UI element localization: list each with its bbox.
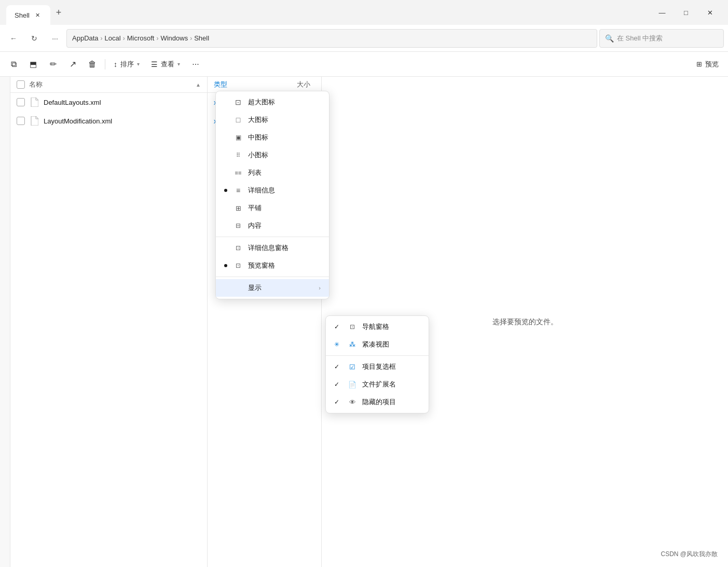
breadcrumb-sep-2: › — [123, 35, 125, 42]
search-icon: 🔍 — [605, 34, 614, 43]
hidden-items-icon: 👁 — [348, 397, 357, 407]
submenu-label-file-ext: 文件扩展名 — [362, 380, 396, 389]
preview-icon: ⊞ — [696, 60, 702, 68]
menu-item-small-icons[interactable]: ⠿ 小图标 — [216, 146, 329, 164]
tab-shell[interactable]: Shell ✕ — [6, 5, 50, 25]
view-label: 查看 — [161, 60, 174, 69]
submenu-label-item-checkbox: 项目复选框 — [362, 362, 396, 371]
search-box[interactable]: 🔍 在 Shell 中搜索 — [599, 29, 724, 48]
tiles-icon: ⊞ — [233, 203, 243, 213]
menu-item-medium-icons[interactable]: ▣ 中图标 — [216, 129, 329, 146]
menu-item-list[interactable]: ≡≡ 列表 — [216, 164, 329, 182]
copy-icon: ⧉ — [11, 60, 17, 69]
hidden-items-check-icon: ✓ — [334, 398, 342, 406]
copy-button[interactable]: ⧉ — [4, 55, 23, 74]
menu-item-details[interactable]: ≡ 详细信息 — [216, 182, 329, 199]
menu-label-details-pane: 详细信息窗格 — [248, 243, 289, 253]
submenu-item-hidden-items[interactable]: ✓ 👁 隐藏的项目 — [326, 393, 429, 411]
share-button[interactable]: ↗ — [63, 55, 82, 74]
submenu-label-hidden-items: 隐藏的项目 — [362, 397, 396, 407]
more-toolbar-button[interactable]: ··· — [186, 55, 205, 74]
details-bullet — [224, 189, 227, 192]
menu-item-details-pane[interactable]: ⊡ 详细信息窗格 — [216, 239, 329, 257]
tab-label: Shell — [15, 11, 30, 19]
menu-item-tiles[interactable]: ⊞ 平铺 — [216, 199, 329, 217]
sort-label: 排序 — [120, 60, 134, 69]
toolbar: ⧉ ⬒ ✏ ↗ 🗑 ↕ 排序 ▾ ☰ 查看 ▾ ··· ⊞ 预览 — [0, 52, 728, 77]
tab-close-button[interactable]: ✕ — [34, 11, 42, 19]
sidebar — [0, 77, 10, 567]
more-nav-button[interactable]: ··· — [46, 29, 64, 48]
show-submenu: ✓ ⊡ 导航窗格 ✳ ⁂ 紧凑视图 ✓ ☑ 项目复选框 ✓ 📄 文件扩展名 ✓ … — [325, 315, 429, 413]
file-ext-icon: 📄 — [348, 380, 357, 389]
col-type-header[interactable]: 类型 — [214, 80, 266, 89]
view-button[interactable]: ☰ 查看 ▾ — [146, 55, 185, 74]
share-icon: ↗ — [70, 59, 76, 69]
new-tab-button[interactable]: + — [50, 4, 67, 21]
breadcrumb-windows[interactable]: Windows — [160, 34, 188, 42]
submenu-separator-1 — [326, 355, 429, 356]
rename-icon: ✏ — [50, 59, 57, 69]
show-chevron-icon: › — [319, 285, 321, 291]
list-item[interactable]: LayoutModification.xml — [10, 112, 207, 130]
list-item[interactable]: DefaultLayouts.xml — [10, 93, 207, 112]
close-button[interactable]: ✕ — [698, 3, 722, 22]
menu-item-extra-large-icons[interactable]: ⊡ 超大图标 — [216, 93, 329, 111]
sort-button[interactable]: ↕ 排序 ▾ — [108, 55, 145, 74]
menu-item-preview-pane[interactable]: ⊡ 预览窗格 — [216, 257, 329, 274]
title-bar: Shell ✕ + — □ ✕ — [0, 0, 728, 25]
show-icon — [233, 283, 243, 293]
medium-icon: ▣ — [233, 133, 243, 142]
more-toolbar-icon: ··· — [192, 60, 199, 69]
details-icon: ≡ — [233, 186, 243, 195]
back-button[interactable]: ← — [4, 29, 23, 48]
delete-button[interactable]: 🗑 — [83, 55, 102, 74]
breadcrumb-microsoft[interactable]: Microsoft — [127, 34, 155, 42]
view-dropdown-menu: ⊡ 超大图标 □ 大图标 ▣ 中图标 ⠿ 小图标 ≡≡ 列表 ≡ 详细信息 ⊞ … — [215, 91, 329, 299]
breadcrumb-appdata[interactable]: AppData — [72, 34, 99, 42]
menu-label-large: 大图标 — [248, 115, 268, 125]
menu-item-show[interactable]: 显示 › — [216, 279, 329, 297]
tab-close-icon: ✕ — [35, 12, 40, 19]
paste-button[interactable]: ⬒ — [24, 55, 43, 74]
rename-button[interactable]: ✏ — [44, 55, 62, 74]
view-icon: ☰ — [151, 60, 158, 68]
menu-label-medium: 中图标 — [248, 133, 268, 142]
maximize-button[interactable]: □ — [674, 3, 698, 22]
menu-item-large-icons[interactable]: □ 大图标 — [216, 111, 329, 129]
sort-icon: ↕ — [114, 60, 117, 68]
menu-separator-1 — [216, 237, 329, 237]
breadcrumb-shell[interactable]: Shell — [194, 34, 209, 42]
compact-view-icon: ⁂ — [348, 340, 357, 349]
column-headers: 名称 ▲ — [10, 77, 207, 93]
menu-item-content[interactable]: ⊟ 内容 — [216, 217, 329, 234]
preview-pane-icon: ⊡ — [233, 261, 243, 270]
preview-button[interactable]: ⊞ 预览 — [691, 55, 724, 74]
submenu-item-file-ext[interactable]: ✓ 📄 文件扩展名 — [326, 376, 429, 393]
new-tab-icon: + — [56, 7, 62, 18]
tab-area: Shell ✕ + — [6, 0, 650, 25]
submenu-item-item-checkbox[interactable]: ✓ ☑ 项目复选框 — [326, 358, 429, 376]
watermark: CSDN @风吹我亦散 — [661, 550, 718, 559]
breadcrumb-sep-1: › — [101, 35, 103, 42]
col-name-header[interactable]: 名称 — [29, 80, 191, 89]
col-size-header[interactable]: 大小 — [297, 80, 310, 89]
breadcrumb-local[interactable]: Local — [105, 34, 121, 42]
minimize-button[interactable]: — — [650, 3, 674, 22]
breadcrumb-sep-3: › — [156, 35, 158, 42]
menu-label-content: 内容 — [248, 221, 262, 230]
submenu-item-compact-view[interactable]: ✳ ⁂ 紧凑视图 — [326, 336, 429, 353]
window-controls: — □ ✕ — [650, 3, 722, 22]
file-ext-check-icon: ✓ — [334, 381, 342, 388]
preview-hint: 选择要预览的文件。 — [492, 317, 558, 327]
file-checkbox-1[interactable] — [17, 98, 25, 106]
extra-large-icon: ⊡ — [233, 98, 243, 107]
file-icon-2 — [29, 116, 39, 126]
file-checkbox-2[interactable] — [17, 117, 25, 125]
select-all-checkbox[interactable] — [17, 80, 25, 89]
breadcrumb[interactable]: AppData › Local › Microsoft › Windows › … — [66, 29, 597, 48]
small-icon: ⠿ — [233, 150, 243, 160]
submenu-item-nav-pane[interactable]: ✓ ⊡ 导航窗格 — [326, 318, 429, 336]
refresh-button[interactable]: ↻ — [25, 29, 44, 48]
menu-label-list: 列表 — [248, 168, 262, 177]
